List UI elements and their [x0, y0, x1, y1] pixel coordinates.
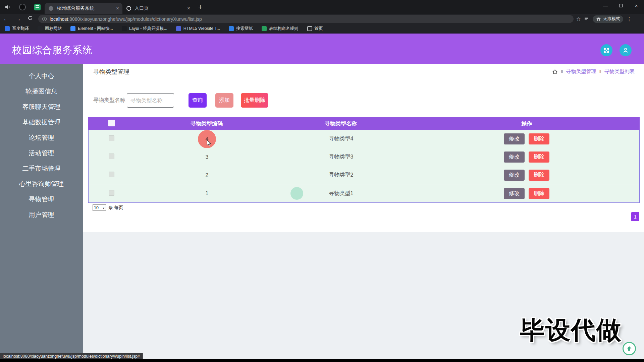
tab-title: 入口页 [135, 5, 184, 11]
row-checkbox[interactable] [109, 172, 114, 177]
row-checkbox[interactable] [109, 135, 114, 141]
row-checkbox[interactable] [109, 154, 114, 159]
tab-active[interactable]: 校园综合服务系统 × [45, 3, 122, 14]
sidebar-item-forum[interactable]: 论坛管理 [0, 130, 83, 145]
info-icon[interactable]: i [42, 17, 47, 21]
bookmark-favicon [70, 26, 75, 31]
delete-button[interactable]: 删除 [529, 170, 549, 181]
tab-close-icon[interactable]: × [187, 5, 190, 11]
divider [30, 3, 30, 11]
breadcrumb-link-list[interactable]: 寻物类型列表 [604, 68, 635, 75]
delete-button[interactable]: 删除 [529, 188, 549, 199]
sidebar-item-lost-found[interactable]: 寻物管理 [0, 192, 83, 207]
cell-name: 寻物类型1 [268, 190, 414, 197]
bookmark-favicon [176, 26, 181, 31]
breadcrumb-separator: Ⅱ [599, 69, 601, 74]
bookmark-favicon [307, 26, 312, 31]
address-bar-actions: ☆ 无痕模式 ⋮ [576, 15, 632, 23]
search-input[interactable] [127, 93, 174, 108]
fullscreen-icon [603, 47, 609, 53]
user-profile-button[interactable] [620, 44, 632, 56]
sidebar-nav: 个人中心 轮播图信息 客服聊天管理 基础数据管理 论坛管理 活动管理 二手市场管… [0, 64, 83, 360]
tab-title: 校园综合服务系统 [57, 5, 113, 11]
fullscreen-button[interactable] [600, 44, 612, 56]
bookmark-item[interactable]: Layui - 经典开源模... [122, 26, 167, 32]
sidebar-item-users[interactable]: 用户管理 [0, 207, 83, 223]
user-icon [623, 47, 629, 53]
close-button[interactable]: × [629, 3, 644, 8]
home-icon[interactable] [552, 69, 558, 74]
bookmark-item[interactable]: 首页 [307, 26, 323, 32]
incognito-badge: 无痕模式 [593, 15, 623, 23]
sidebar-item-customer-chat[interactable]: 客服聊天管理 [0, 99, 83, 115]
new-tab-button[interactable]: + [198, 3, 203, 11]
sheets-app-icon[interactable] [34, 4, 41, 10]
column-header-code: 寻物类型编码 [145, 120, 268, 127]
add-button[interactable]: 添加 [215, 93, 233, 108]
cell-code: 1 [146, 190, 268, 196]
query-button[interactable]: 查询 [189, 93, 207, 108]
sidebar-item-counselor[interactable]: 心里咨询师管理 [0, 176, 83, 192]
batch-delete-button[interactable]: 批量删除 [241, 93, 268, 108]
sidebar-item-carousel[interactable]: 轮播图信息 [0, 84, 83, 99]
back-icon[interactable]: ← [0, 16, 12, 22]
sidebar-item-activity[interactable]: 活动管理 [0, 145, 83, 161]
cell-name: 寻物类型2 [268, 172, 414, 179]
select-all-checkbox[interactable] [108, 120, 115, 126]
table-row: 3 寻物类型3 修改 删除 [89, 148, 639, 166]
table-row: 1 寻物类型1 修改 删除 [89, 184, 639, 202]
address-bar: ← → i localhost:8080/xiaoyuanzonghefuwu/… [0, 14, 644, 24]
url-field[interactable]: i localhost:8080/xiaoyuanzonghefuwu/jsp/… [38, 15, 574, 23]
delete-button[interactable]: 删除 [529, 152, 549, 163]
tab-inactive[interactable]: 入口页 × [122, 3, 194, 14]
bookmark-item[interactable]: 表结构命名规则 [262, 26, 299, 32]
edit-button[interactable]: 修改 [504, 188, 525, 199]
bottom-black-strip [0, 359, 644, 362]
edit-button[interactable]: 修改 [504, 133, 525, 144]
status-bar-tooltip: localhost:8080/xiaoyuanzonghefuwu/jsp/mo… [0, 353, 143, 359]
forward-icon[interactable]: → [12, 16, 24, 22]
bookmark-item[interactable]: HTML5 Website T... [176, 26, 220, 31]
bookmark-item[interactable]: 百度翻译 [5, 26, 29, 32]
watermark-text: 毕设代做 [520, 314, 622, 347]
edit-button[interactable]: 修改 [504, 152, 525, 163]
per-page-label: 条 每页 [108, 205, 123, 211]
back-to-top-button[interactable] [623, 342, 636, 355]
pagination-page-1[interactable]: 1 [631, 212, 639, 221]
bookmark-item[interactable]: 图标网站 [38, 26, 62, 32]
browser-menu-icon[interactable]: ⋮ [627, 16, 632, 22]
breadcrumb-link-manage[interactable]: 寻物类型管理 [566, 68, 596, 75]
app-header: 校园综合服务系统 [0, 34, 644, 64]
tab-close-icon[interactable]: × [116, 5, 119, 11]
cell-code: 3 [146, 154, 268, 160]
bookmark-item[interactable]: 搜索壁纸 [229, 26, 253, 32]
maximize-button[interactable] [613, 3, 629, 8]
bookmark-star-icon[interactable]: ☆ [576, 16, 581, 22]
window-controls: — × [598, 0, 644, 11]
tab-favicon [49, 6, 53, 11]
table-header-row: 寻物类型编码 寻物类型名称 操作 [88, 117, 640, 130]
bookmark-favicon [229, 26, 234, 31]
browser-tab-bar: 校园综合服务系统 × 入口页 × + — × [0, 0, 644, 14]
cell-name: 寻物类型4 [268, 135, 414, 142]
browser-logo-icon[interactable] [19, 4, 26, 10]
delete-button[interactable]: 删除 [529, 133, 549, 144]
sidebar-item-second-hand[interactable]: 二手市场管理 [0, 161, 83, 176]
reload-icon[interactable] [24, 15, 36, 22]
bookmarks-bar: 百度翻译 图标网站 Element - 网站快... Layui - 经典开源模… [0, 24, 644, 34]
reading-list-icon[interactable] [584, 16, 589, 22]
column-header-operations: 操作 [414, 120, 640, 127]
bookmark-item[interactable]: Element - 网站快... [70, 26, 113, 32]
table-row: 4 寻物类型4 修改 删除 [89, 130, 639, 148]
bookmark-favicon [5, 26, 10, 31]
row-checkbox[interactable] [109, 190, 114, 196]
divider [15, 3, 15, 11]
speaker-icon[interactable] [5, 4, 11, 10]
sidebar-item-base-data[interactable]: 基础数据管理 [0, 115, 83, 130]
edit-button[interactable]: 修改 [504, 170, 525, 181]
breadcrumb: Ⅱ 寻物类型管理 Ⅱ 寻物类型列表 [552, 68, 635, 75]
sidebar-item-personal-center[interactable]: 个人中心 [0, 68, 83, 84]
click-highlight-green [290, 187, 303, 200]
minimize-button[interactable]: — [598, 3, 613, 8]
per-page-select[interactable]: 10 ∨ [93, 204, 106, 211]
